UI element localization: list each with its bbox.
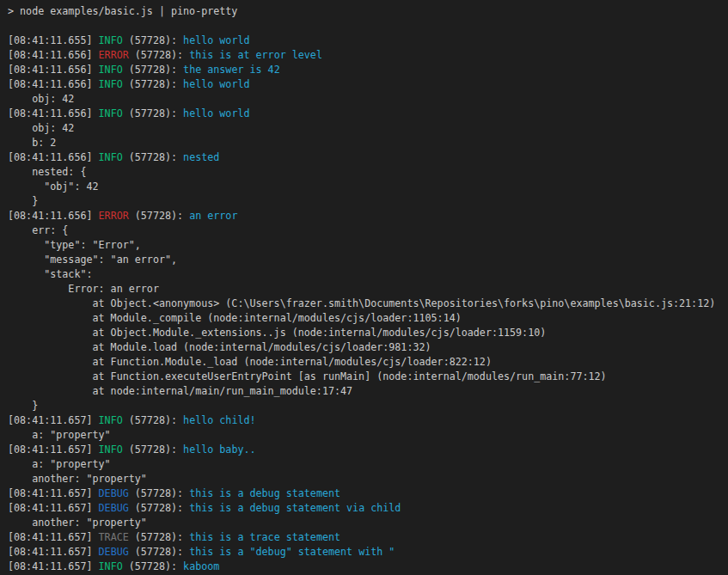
log-detail-text: }: [8, 400, 38, 412]
log-timestamp: [08:41:11.656]: [8, 49, 99, 61]
log-detail-text: b: 2: [8, 137, 56, 149]
log-timestamp: [08:41:11.657]: [8, 546, 99, 558]
log-detail-text: at Function.Module._load (node:internal/…: [8, 356, 492, 368]
log-timestamp: [08:41:11.656]: [8, 78, 99, 90]
log-detail-text: Error: an error: [8, 283, 159, 295]
log-line: [08:41:11.656] INFO (57728): hello world: [8, 77, 728, 92]
log-detail-text: at node:internal/main/run_main_module:17…: [8, 385, 352, 397]
log-detail-text: at Function.executeUserEntryPoint [as ru…: [8, 370, 607, 382]
log-detail-line: "obj": 42: [8, 180, 728, 194]
log-level-badge: INFO: [99, 151, 123, 163]
log-level-badge: INFO: [99, 64, 123, 76]
log-timestamp: [08:41:11.656]: [8, 107, 99, 119]
log-pid: (57728):: [123, 34, 183, 46]
log-level-badge: INFO: [99, 34, 123, 46]
log-pid: (57728):: [129, 502, 189, 514]
log-detail-text: "message": "an error",: [8, 254, 177, 266]
log-pid: (57728):: [123, 107, 183, 119]
log-line: [08:41:11.656] INFO (57728): the answer …: [8, 63, 728, 77]
log-detail-line: err: {: [8, 223, 728, 238]
log-line: [08:41:11.657] INFO (57728): hello child…: [8, 413, 728, 428]
log-timestamp: [08:41:11.657]: [8, 443, 99, 456]
log-detail-text: obj: 42: [8, 93, 74, 105]
log-pid: (57728):: [129, 487, 189, 499]
log-detail-line: "stack":: [8, 267, 728, 282]
log-detail-text: "type": "Error",: [8, 239, 141, 251]
log-timestamp: [08:41:11.657]: [8, 487, 99, 499]
log-detail-text: another: "property": [8, 517, 147, 529]
log-detail-line: obj: 42: [8, 121, 728, 136]
log-timestamp: [08:41:11.656]: [8, 210, 99, 222]
log-level-badge: DEBUG: [99, 502, 129, 514]
log-detail-text: at Module.load (node:internal/modules/cj…: [8, 341, 431, 353]
log-level-badge: DEBUG: [99, 546, 129, 558]
log-level-badge: INFO: [99, 107, 123, 119]
log-line: [08:41:11.656] INFO (57728): nested: [8, 150, 728, 165]
log-detail-text: obj: 42: [8, 122, 74, 134]
log-pid: (57728):: [123, 560, 183, 572]
log-line: [08:41:11.657] TRACE (57728): this is a …: [8, 530, 728, 545]
log-detail-line: Error: an error: [8, 282, 728, 297]
log-level-badge: INFO: [99, 414, 123, 426]
log-pid: (57728):: [129, 546, 189, 558]
log-message: this is at error level: [189, 49, 322, 61]
log-detail-text: at Object.<anonymous> (C:\Users\frazer.s…: [8, 297, 715, 309]
log-message: hello world: [183, 107, 249, 119]
log-pid: (57728):: [123, 64, 183, 76]
log-message: kaboom: [183, 560, 219, 572]
log-level-badge: INFO: [99, 560, 123, 572]
log-detail-line: a: "property": [8, 457, 728, 472]
log-detail-text: a: "property": [8, 429, 111, 441]
log-detail-line: "message": "an error",: [8, 253, 728, 267]
log-pid: (57728):: [123, 151, 183, 163]
log-pid: (57728):: [123, 414, 183, 426]
log-level-badge: TRACE: [99, 531, 129, 543]
log-detail-text: a: "property": [8, 458, 111, 470]
log-line: [08:41:11.657] INFO (57728): kaboom: [8, 560, 728, 574]
log-line: [08:41:11.656] INFO (57728): hello world: [8, 107, 728, 121]
log-detail-text: "stack":: [8, 268, 93, 280]
log-detail-text: err: {: [8, 224, 68, 236]
log-detail-line: obj: 42: [8, 92, 728, 107]
log-pid: (57728):: [123, 78, 183, 90]
log-pid: (57728):: [129, 210, 189, 222]
log-detail-line: "type": "Error",: [8, 238, 728, 253]
log-detail-line: }: [8, 194, 728, 209]
log-detail-text: another: "property": [8, 473, 147, 485]
log-message: nested: [183, 151, 219, 163]
log-detail-text: at Module._compile (node:internal/module…: [8, 312, 462, 324]
log-level-badge: ERROR: [99, 49, 129, 61]
log-timestamp: [08:41:11.657]: [8, 502, 99, 514]
log-message: hello baby..: [183, 443, 255, 456]
log-timestamp: [08:41:11.657]: [8, 560, 99, 572]
log-detail-text: "obj": 42: [8, 180, 99, 193]
log-line: [08:41:11.655] INFO (57728): hello world: [8, 34, 728, 48]
terminal-output[interactable]: > node examples/basic.js | pino-pretty […: [0, 0, 728, 575]
log-line: [08:41:11.656] ERROR (57728): this is at…: [8, 48, 728, 63]
log-detail-line: }: [8, 399, 728, 413]
log-detail-text: nested: {: [8, 166, 86, 178]
log-timestamp: [08:41:11.657]: [8, 414, 99, 426]
log-detail-line: at Module.load (node:internal/modules/cj…: [8, 340, 728, 355]
blank-line: [8, 19, 728, 34]
command-line: > node examples/basic.js | pino-pretty: [8, 4, 728, 19]
log-detail-line: a: "property": [8, 428, 728, 443]
log-pid: (57728):: [129, 49, 189, 61]
log-line: [08:41:11.657] INFO (57728): hello baby.…: [8, 443, 728, 457]
log-detail-line: nested: {: [8, 165, 728, 180]
log-message: this is a trace statement: [189, 531, 340, 543]
log-detail-line: another: "property": [8, 472, 728, 486]
log-detail-line: at Function.executeUserEntryPoint [as ru…: [8, 370, 728, 384]
log-message: this is a debug statement: [189, 487, 340, 499]
log-pid: (57728):: [129, 531, 189, 543]
log-message: hello child!: [183, 414, 255, 426]
log-detail-line: b: 2: [8, 136, 728, 150]
log-detail-line: at Object.Module._extensions..js (node:i…: [8, 326, 728, 340]
log-timestamp: [08:41:11.657]: [8, 531, 99, 543]
log-level-badge: INFO: [99, 443, 123, 456]
log-line: [08:41:11.657] DEBUG (57728): this is a …: [8, 545, 728, 560]
log-level-badge: DEBUG: [99, 487, 129, 499]
log-message: hello world: [183, 78, 249, 90]
log-detail-text: at Object.Module._extensions..js (node:i…: [8, 327, 546, 339]
log-detail-text: }: [8, 195, 38, 207]
